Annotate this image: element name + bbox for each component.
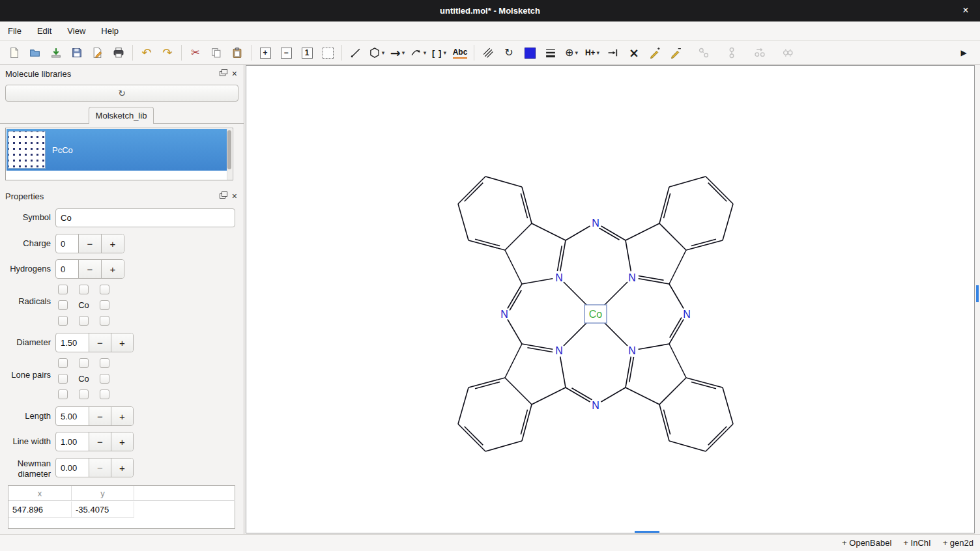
float-dock-icon[interactable] <box>220 71 225 76</box>
lone-pair-checkbox[interactable] <box>100 374 109 384</box>
charge-minus-button[interactable]: − <box>78 234 101 253</box>
save-button[interactable] <box>46 43 66 63</box>
coord-x-value[interactable]: 547.896 <box>8 502 72 518</box>
copy-button[interactable] <box>207 43 226 63</box>
length-minus-button[interactable]: − <box>89 407 111 425</box>
hydrogen-tool-button[interactable]: H+▾ <box>583 43 602 63</box>
mechanism-arrow-tool-button[interactable]: ▾ <box>409 43 428 63</box>
menu-file[interactable]: File <box>0 21 29 40</box>
diameter-minus-button[interactable]: − <box>89 333 111 352</box>
broken-chain-tool-button[interactable] <box>694 43 713 63</box>
radical-checkbox[interactable] <box>79 316 89 326</box>
charge-plus-button[interactable]: + <box>101 234 124 253</box>
chevron-down-icon[interactable]: ▾ <box>402 49 405 56</box>
lone-pair-checkbox[interactable] <box>79 389 89 399</box>
zoom-original-button[interactable]: 1 <box>297 43 317 63</box>
charge-field[interactable]: 0 <box>56 234 78 253</box>
open-file-button[interactable] <box>25 43 45 63</box>
pen-plus-tool-button[interactable] <box>645 43 665 63</box>
chevron-down-icon[interactable]: ▾ <box>575 49 578 56</box>
refresh-libraries-button[interactable]: ↻ <box>5 85 238 102</box>
molecule-drawing[interactable]: NNNNNNNNCo <box>246 66 974 533</box>
drawing-canvas[interactable]: NNNNNNNNCo <box>246 65 975 533</box>
lone-pair-checkbox[interactable] <box>58 389 68 399</box>
radical-checkbox[interactable] <box>58 300 68 310</box>
diameter-plus-button[interactable]: + <box>111 333 133 352</box>
zoom-fit-button[interactable] <box>318 43 338 63</box>
vertical-scrollbar-thumb[interactable] <box>976 285 979 302</box>
line-width-minus-button[interactable]: − <box>89 432 111 451</box>
zoom-in-button[interactable]: + <box>255 43 275 63</box>
length-label: Length <box>0 411 51 421</box>
undo-button[interactable]: ↶ <box>137 43 156 63</box>
delete-tool-button[interactable]: × <box>624 43 644 63</box>
zoom-out-button[interactable]: − <box>276 43 296 63</box>
charge-tool-button[interactable]: ⊕▾ <box>562 43 581 63</box>
lone-pair-checkbox[interactable] <box>100 358 109 368</box>
symbol-field[interactable]: Co <box>55 208 235 227</box>
menu-edit[interactable]: Edit <box>29 21 59 40</box>
chain-tool-button[interactable] <box>722 43 742 63</box>
color-picker-button[interactable] <box>520 43 540 63</box>
chevron-down-icon[interactable]: ▾ <box>424 49 427 56</box>
hydrogens-field[interactable]: 0 <box>56 260 78 278</box>
hydrogens-plus-button[interactable]: + <box>101 260 124 278</box>
newman-minus-button[interactable]: − <box>89 459 111 477</box>
paste-button[interactable] <box>227 43 247 63</box>
horizontal-scrollbar-thumb[interactable] <box>635 531 659 533</box>
connect-tool-button[interactable] <box>603 43 623 63</box>
library-scrollbar-thumb[interactable] <box>227 130 231 169</box>
gears-tool-button[interactable] <box>778 43 798 63</box>
library-scrollbar[interactable] <box>227 129 232 180</box>
list-item-pcco[interactable]: PcCo <box>7 129 228 171</box>
print-button[interactable] <box>109 43 128 63</box>
export-button[interactable] <box>88 43 108 63</box>
close-dock-icon[interactable]: × <box>232 69 237 78</box>
line-width-field[interactable]: 1.00 <box>56 432 89 451</box>
radical-checkbox[interactable] <box>79 285 89 294</box>
tab-molsketch-lib[interactable]: Molsketch_lib <box>89 107 154 124</box>
hash-bond-tool-button[interactable] <box>478 43 498 63</box>
window-close-button[interactable]: × <box>959 4 972 17</box>
line-width-plus-button[interactable]: + <box>111 432 133 451</box>
menu-help[interactable]: Help <box>93 21 126 40</box>
hydrogens-minus-button[interactable]: − <box>78 260 101 278</box>
menu-view[interactable]: View <box>59 21 93 40</box>
redo-button[interactable]: ↷ <box>158 43 177 63</box>
newman-plus-button[interactable]: + <box>111 459 133 477</box>
chevron-down-icon[interactable]: ▾ <box>443 49 446 56</box>
save-as-button[interactable] <box>67 43 87 63</box>
chevron-down-icon[interactable]: ▾ <box>597 49 600 56</box>
text-tool-button[interactable]: Abc <box>450 43 470 63</box>
arrow-tool-button[interactable]: →▾ <box>388 43 407 63</box>
ring-tool-button[interactable]: ▾ <box>367 43 386 63</box>
radical-checkbox[interactable] <box>100 285 109 294</box>
newman-diameter-field[interactable]: 0.00 <box>56 459 89 477</box>
radical-checkbox[interactable] <box>58 285 68 294</box>
lone-pair-checkbox[interactable] <box>58 358 68 368</box>
diameter-field[interactable]: 1.50 <box>56 333 89 352</box>
lone-pair-checkbox[interactable] <box>58 374 68 384</box>
pen-minus-tool-button[interactable] <box>666 43 685 63</box>
rotate-tool-button[interactable]: ↻ <box>499 43 519 63</box>
coord-y-value[interactable]: -35.4075 <box>72 502 134 518</box>
lone-pair-checkbox[interactable] <box>100 389 109 399</box>
bracket-tool-button[interactable]: [ ]▾ <box>429 43 449 63</box>
length-field[interactable]: 5.00 <box>56 407 89 425</box>
cut-button[interactable]: ✂ <box>186 43 205 63</box>
length-plus-button[interactable]: + <box>111 407 133 425</box>
lone-pair-checkbox[interactable] <box>79 358 89 368</box>
float-dock-icon[interactable] <box>220 193 225 199</box>
chevron-down-icon[interactable]: ▾ <box>382 49 385 56</box>
draw-bond-tool-button[interactable] <box>346 43 366 63</box>
close-dock-icon[interactable]: × <box>232 191 237 201</box>
line-width-button[interactable] <box>541 43 560 63</box>
optimize-tool-button[interactable] <box>750 43 770 63</box>
new-file-button[interactable] <box>5 43 24 63</box>
radical-checkbox[interactable] <box>100 300 109 310</box>
radical-checkbox[interactable] <box>58 316 68 326</box>
toolbar-overflow-button[interactable]: ▶ <box>954 43 973 63</box>
radical-checkbox[interactable] <box>100 316 109 326</box>
newman-diameter-spinbox: 0.00 − + <box>55 458 134 477</box>
library-list: PcCo <box>5 128 233 180</box>
